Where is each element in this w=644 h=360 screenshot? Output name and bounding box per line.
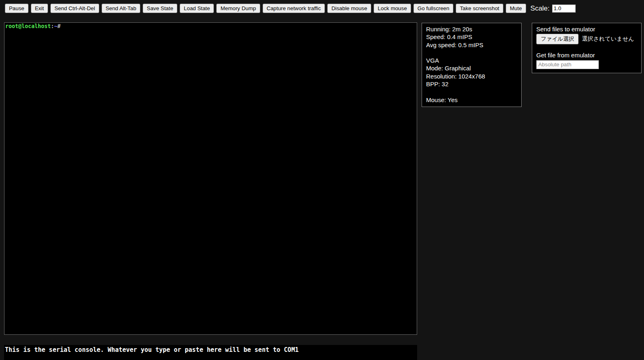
load-state-button[interactable]: Load State — [180, 4, 214, 13]
mute-button[interactable]: Mute — [506, 4, 526, 13]
terminal-prompt: root@localhost:~# — [5, 23, 61, 30]
stat-running: Running: 2m 20s — [426, 25, 517, 33]
stat-avg-speed: Avg speed: 0.5 mIPS — [426, 41, 517, 49]
save-state-button[interactable]: Save State — [143, 4, 177, 13]
stat-mode: Mode: Graphical — [426, 64, 517, 72]
stats-spacer — [426, 49, 517, 57]
send-alt-tab-button[interactable]: Send Alt-Tab — [102, 4, 140, 13]
send-files-label: Send files to emulator — [536, 25, 637, 33]
panel-spacer — [536, 44, 637, 51]
prompt-user-host: root@localhost — [5, 23, 51, 29]
file-transfer-panel: Send files to emulator ファイル選択 選択されていません … — [532, 23, 642, 73]
prompt-path: ~ — [54, 23, 57, 29]
prompt-symbol: # — [57, 23, 61, 29]
stat-vga: VGA — [426, 57, 517, 64]
go-fullscreen-button[interactable]: Go fullscreen — [413, 4, 453, 13]
disable-mouse-button[interactable]: Disable mouse — [327, 4, 371, 13]
stat-speed: Speed: 0.4 mIPS — [426, 33, 517, 41]
lock-mouse-button[interactable]: Lock mouse — [374, 4, 411, 13]
file-select-button[interactable]: ファイル選択 — [536, 34, 579, 44]
serial-console-textarea[interactable]: This is the serial console. Whatever you… — [4, 345, 417, 360]
scale-input[interactable] — [552, 4, 576, 13]
take-screenshot-button[interactable]: Take screenshot — [456, 4, 503, 13]
stats-panel: Running: 2m 20s Speed: 0.4 mIPS Avg spee… — [422, 23, 522, 107]
stats-spacer — [426, 88, 517, 96]
absolute-path-input[interactable] — [536, 60, 599, 69]
scale-label: Scale: — [531, 4, 550, 13]
get-file-label: Get file from emulator — [536, 51, 637, 59]
toolbar: Pause Exit Send Ctrl-Alt-Del Send Alt-Ta… — [5, 4, 576, 13]
prompt-colon: : — [51, 23, 54, 29]
stat-resolution: Resolution: 1024x768 — [426, 72, 517, 80]
exit-button[interactable]: Exit — [31, 4, 48, 13]
file-input-row: ファイル選択 選択されていません — [536, 34, 637, 44]
stat-mouse: Mouse: Yes — [426, 96, 517, 104]
memory-dump-button[interactable]: Memory Dump — [216, 4, 260, 13]
send-ctrl-alt-del-button[interactable]: Send Ctrl-Alt-Del — [50, 4, 99, 13]
pause-button[interactable]: Pause — [5, 4, 28, 13]
stat-bpp: BPP: 32 — [426, 80, 517, 88]
emulator-screen[interactable]: root@localhost:~# — [4, 22, 417, 335]
file-select-status: 選択されていません — [582, 35, 634, 43]
capture-network-traffic-button[interactable]: Capture network traffic — [263, 4, 325, 13]
